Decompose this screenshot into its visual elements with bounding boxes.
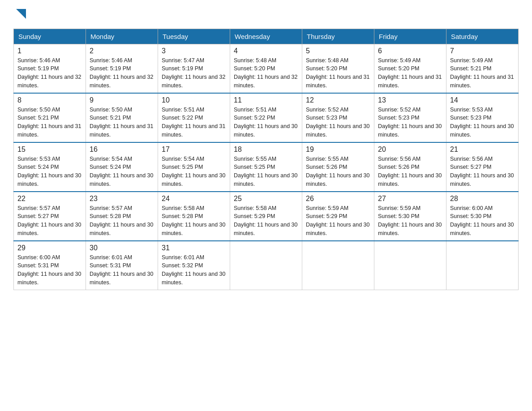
calendar-week-row: 29Sunrise: 6:00 AMSunset: 5:31 PMDayligh… (14, 241, 519, 290)
calendar-cell: 1Sunrise: 5:46 AMSunset: 5:19 PMDaylight… (14, 44, 86, 93)
calendar-cell: 17Sunrise: 5:54 AMSunset: 5:25 PMDayligh… (158, 142, 230, 192)
day-info: Sunrise: 5:49 AMSunset: 5:21 PMDaylight:… (450, 56, 515, 90)
calendar-cell: 25Sunrise: 5:58 AMSunset: 5:29 PMDayligh… (230, 192, 302, 241)
day-number: 22 (17, 195, 82, 203)
day-number: 1 (17, 47, 82, 55)
calendar-week-row: 8Sunrise: 5:50 AMSunset: 5:21 PMDaylight… (14, 93, 519, 142)
day-info: Sunrise: 5:52 AMSunset: 5:23 PMDaylight:… (378, 106, 442, 139)
day-info: Sunrise: 5:50 AMSunset: 5:21 PMDaylight:… (90, 106, 154, 139)
day-number: 7 (450, 47, 515, 55)
day-number: 12 (306, 96, 370, 104)
day-number: 14 (450, 96, 515, 104)
day-info: Sunrise: 5:47 AMSunset: 5:19 PMDaylight:… (162, 56, 226, 90)
calendar-cell: 15Sunrise: 5:53 AMSunset: 5:24 PMDayligh… (14, 142, 86, 192)
day-info: Sunrise: 5:56 AMSunset: 5:26 PMDaylight:… (378, 155, 442, 188)
day-header-saturday: Saturday (446, 29, 519, 44)
logo (13, 9, 26, 21)
calendar-cell: 26Sunrise: 5:59 AMSunset: 5:29 PMDayligh… (302, 192, 374, 241)
day-number: 15 (17, 146, 82, 154)
day-info: Sunrise: 5:58 AMSunset: 5:29 PMDaylight:… (234, 204, 298, 238)
day-header-sunday: Sunday (14, 29, 86, 44)
day-number: 11 (234, 96, 298, 104)
day-number: 26 (306, 195, 370, 203)
calendar-week-row: 22Sunrise: 5:57 AMSunset: 5:27 PMDayligh… (14, 192, 519, 241)
day-header-friday: Friday (374, 29, 446, 44)
day-info: Sunrise: 5:55 AMSunset: 5:26 PMDaylight:… (306, 155, 370, 188)
day-number: 27 (378, 195, 442, 203)
day-number: 25 (234, 195, 298, 203)
day-number: 6 (378, 47, 442, 55)
calendar-cell: 14Sunrise: 5:53 AMSunset: 5:23 PMDayligh… (446, 93, 519, 142)
calendar-cell: 20Sunrise: 5:56 AMSunset: 5:26 PMDayligh… (374, 142, 446, 192)
day-number: 16 (90, 146, 154, 154)
day-number: 23 (90, 195, 154, 203)
logo-triangle-icon (16, 9, 26, 19)
day-info: Sunrise: 5:53 AMSunset: 5:24 PMDaylight:… (17, 155, 82, 188)
day-info: Sunrise: 5:52 AMSunset: 5:23 PMDaylight:… (306, 106, 370, 139)
calendar-cell: 13Sunrise: 5:52 AMSunset: 5:23 PMDayligh… (374, 93, 446, 142)
calendar-cell: 29Sunrise: 6:00 AMSunset: 5:31 PMDayligh… (14, 241, 86, 290)
day-info: Sunrise: 5:59 AMSunset: 5:30 PMDaylight:… (378, 204, 442, 238)
day-info: Sunrise: 5:46 AMSunset: 5:19 PMDaylight:… (17, 56, 82, 90)
calendar-cell: 16Sunrise: 5:54 AMSunset: 5:24 PMDayligh… (86, 142, 158, 192)
day-header-wednesday: Wednesday (230, 29, 302, 44)
calendar-cell (230, 241, 302, 290)
calendar-cell: 11Sunrise: 5:51 AMSunset: 5:22 PMDayligh… (230, 93, 302, 142)
day-number: 8 (17, 96, 82, 104)
day-number: 3 (162, 47, 226, 55)
day-info: Sunrise: 5:58 AMSunset: 5:28 PMDaylight:… (162, 204, 226, 238)
day-header-tuesday: Tuesday (158, 29, 230, 44)
calendar-cell: 21Sunrise: 5:56 AMSunset: 5:27 PMDayligh… (446, 142, 519, 192)
day-number: 4 (234, 47, 298, 55)
day-info: Sunrise: 5:56 AMSunset: 5:27 PMDaylight:… (450, 155, 515, 188)
calendar-cell: 31Sunrise: 6:01 AMSunset: 5:32 PMDayligh… (158, 241, 230, 290)
day-info: Sunrise: 5:54 AMSunset: 5:24 PMDaylight:… (90, 155, 154, 188)
calendar-cell: 3Sunrise: 5:47 AMSunset: 5:19 PMDaylight… (158, 44, 230, 93)
day-header-monday: Monday (86, 29, 158, 44)
calendar-cell: 9Sunrise: 5:50 AMSunset: 5:21 PMDaylight… (86, 93, 158, 142)
day-header-thursday: Thursday (302, 29, 374, 44)
day-info: Sunrise: 5:48 AMSunset: 5:20 PMDaylight:… (306, 56, 370, 90)
day-number: 2 (90, 47, 154, 55)
day-info: Sunrise: 5:53 AMSunset: 5:23 PMDaylight:… (450, 106, 515, 139)
day-number: 13 (378, 96, 442, 104)
day-number: 28 (450, 195, 515, 203)
day-number: 20 (378, 146, 442, 154)
day-info: Sunrise: 6:01 AMSunset: 5:31 PMDaylight:… (90, 253, 154, 287)
calendar-week-row: 15Sunrise: 5:53 AMSunset: 5:24 PMDayligh… (14, 142, 519, 192)
calendar-cell: 12Sunrise: 5:52 AMSunset: 5:23 PMDayligh… (302, 93, 374, 142)
calendar-table: SundayMondayTuesdayWednesdayThursdayFrid… (13, 29, 519, 290)
day-number: 17 (162, 146, 226, 154)
day-info: Sunrise: 5:48 AMSunset: 5:20 PMDaylight:… (234, 56, 298, 90)
day-number: 10 (162, 96, 226, 104)
day-number: 31 (162, 244, 226, 252)
day-number: 18 (234, 146, 298, 154)
calendar-cell: 8Sunrise: 5:50 AMSunset: 5:21 PMDaylight… (14, 93, 86, 142)
calendar-cell: 7Sunrise: 5:49 AMSunset: 5:21 PMDaylight… (446, 44, 519, 93)
calendar-header-row: SundayMondayTuesdayWednesdayThursdayFrid… (14, 29, 519, 44)
day-info: Sunrise: 6:00 AMSunset: 5:31 PMDaylight:… (17, 253, 82, 287)
calendar-cell: 27Sunrise: 5:59 AMSunset: 5:30 PMDayligh… (374, 192, 446, 241)
day-number: 5 (306, 47, 370, 55)
calendar-cell: 5Sunrise: 5:48 AMSunset: 5:20 PMDaylight… (302, 44, 374, 93)
calendar-cell: 6Sunrise: 5:49 AMSunset: 5:20 PMDaylight… (374, 44, 446, 93)
calendar-cell: 30Sunrise: 6:01 AMSunset: 5:31 PMDayligh… (86, 241, 158, 290)
calendar-cell (302, 241, 374, 290)
calendar-cell: 23Sunrise: 5:57 AMSunset: 5:28 PMDayligh… (86, 192, 158, 241)
day-info: Sunrise: 5:59 AMSunset: 5:29 PMDaylight:… (306, 204, 370, 238)
day-info: Sunrise: 5:51 AMSunset: 5:22 PMDaylight:… (234, 106, 298, 139)
day-info: Sunrise: 5:55 AMSunset: 5:25 PMDaylight:… (234, 155, 298, 188)
calendar-cell (446, 241, 519, 290)
calendar-cell: 18Sunrise: 5:55 AMSunset: 5:25 PMDayligh… (230, 142, 302, 192)
calendar-cell: 28Sunrise: 6:00 AMSunset: 5:30 PMDayligh… (446, 192, 519, 241)
day-info: Sunrise: 5:46 AMSunset: 5:19 PMDaylight:… (90, 56, 154, 90)
calendar-cell: 22Sunrise: 5:57 AMSunset: 5:27 PMDayligh… (14, 192, 86, 241)
day-info: Sunrise: 6:01 AMSunset: 5:32 PMDaylight:… (162, 253, 226, 287)
day-info: Sunrise: 5:50 AMSunset: 5:21 PMDaylight:… (17, 106, 82, 139)
calendar-cell: 10Sunrise: 5:51 AMSunset: 5:22 PMDayligh… (158, 93, 230, 142)
svg-marker-0 (16, 9, 26, 19)
day-info: Sunrise: 5:54 AMSunset: 5:25 PMDaylight:… (162, 155, 226, 188)
calendar-cell: 19Sunrise: 5:55 AMSunset: 5:26 PMDayligh… (302, 142, 374, 192)
day-info: Sunrise: 5:57 AMSunset: 5:28 PMDaylight:… (90, 204, 154, 238)
day-number: 29 (17, 244, 82, 252)
